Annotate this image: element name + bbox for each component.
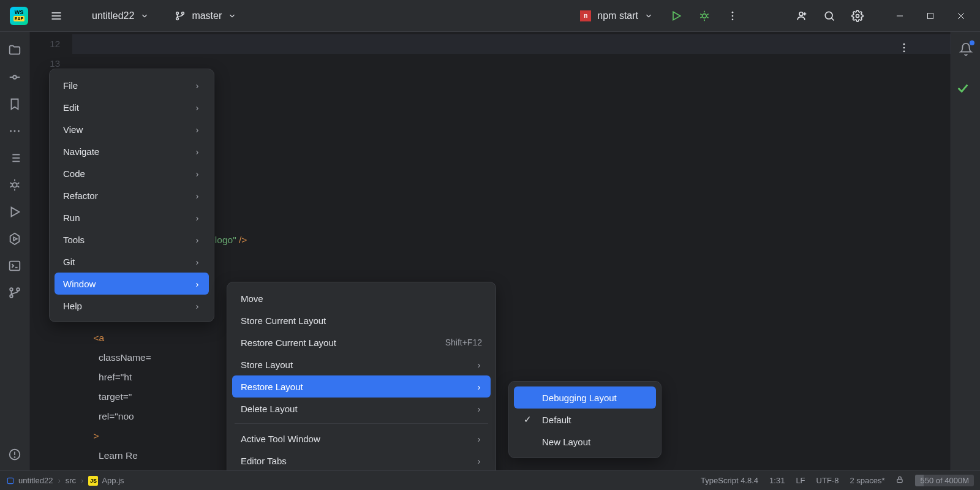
window-menu-item[interactable]: Restore Current LayoutShift+F12 bbox=[232, 331, 491, 353]
svg-line-13 bbox=[707, 17, 709, 18]
svg-line-44 bbox=[10, 186, 12, 187]
git-tool-button[interactable] bbox=[4, 282, 26, 304]
hamburger-menu-button[interactable] bbox=[44, 4, 69, 28]
svg-line-11 bbox=[707, 13, 709, 15]
chevron-down-icon bbox=[140, 12, 149, 20]
main-menu-item-edit[interactable]: Edit› bbox=[55, 96, 209, 118]
svg-point-14 bbox=[732, 11, 734, 13]
window-maximize-button[interactable] bbox=[916, 4, 944, 28]
npm-icon: n bbox=[580, 10, 591, 21]
svg-point-39 bbox=[12, 183, 17, 187]
status-caret-pos[interactable]: 1:31 bbox=[769, 476, 785, 485]
terminal-tool-button[interactable] bbox=[4, 255, 26, 277]
window-menu-item[interactable]: Delete Layout› bbox=[232, 398, 491, 420]
chevron-down-icon bbox=[228, 12, 236, 20]
restore-menu-item[interactable]: ✓Default bbox=[514, 409, 656, 431]
main-menu-item-tools[interactable]: Tools› bbox=[55, 228, 209, 251]
svg-point-56 bbox=[14, 457, 15, 458]
window-menu-item[interactable]: Editor Tabs› bbox=[232, 450, 491, 470]
bookmarks-tool-button[interactable] bbox=[4, 93, 26, 115]
status-line-ending[interactable]: LF bbox=[796, 476, 805, 485]
status-memory[interactable]: 550 of 4000M bbox=[915, 475, 974, 486]
svg-point-22 bbox=[856, 14, 859, 17]
services-tool-button[interactable] bbox=[4, 228, 26, 250]
left-toolstrip bbox=[0, 32, 29, 470]
branch-icon bbox=[175, 10, 186, 21]
window-menu-item[interactable]: Store Current Layout bbox=[232, 309, 491, 331]
svg-line-12 bbox=[700, 17, 702, 18]
svg-point-59 bbox=[903, 51, 905, 53]
run-config-label: npm start bbox=[597, 10, 638, 21]
window-menu-item[interactable]: Move bbox=[232, 287, 491, 309]
main-menu-item-help[interactable]: Help› bbox=[55, 295, 209, 317]
svg-rect-61 bbox=[897, 479, 902, 482]
debug-tool-button[interactable] bbox=[4, 174, 26, 196]
notification-badge bbox=[970, 40, 974, 45]
more-actions-button[interactable] bbox=[720, 4, 745, 28]
restore-menu-item[interactable]: New Layout bbox=[514, 431, 656, 453]
svg-line-21 bbox=[831, 18, 834, 20]
svg-line-45 bbox=[17, 186, 19, 187]
run-button[interactable] bbox=[664, 4, 688, 28]
run-config-dropdown[interactable]: n npm start bbox=[573, 7, 660, 25]
main-menu-item-file[interactable]: File› bbox=[55, 74, 209, 96]
svg-point-4 bbox=[182, 12, 184, 14]
svg-line-42 bbox=[10, 183, 12, 184]
app-logo: WSEAP bbox=[10, 7, 28, 25]
svg-rect-60 bbox=[7, 478, 13, 483]
status-typescript[interactable]: TypeScript 4.8.4 bbox=[701, 476, 758, 485]
svg-point-30 bbox=[10, 130, 12, 132]
status-readonly-icon[interactable] bbox=[895, 475, 904, 486]
more-tools-button[interactable] bbox=[4, 120, 26, 142]
restore-menu-item[interactable]: Debugging Layout bbox=[514, 386, 656, 409]
svg-point-32 bbox=[17, 130, 19, 132]
window-menu-item[interactable]: Active Tool Window› bbox=[232, 428, 491, 450]
project-name: untitled22 bbox=[92, 10, 134, 21]
main-menu-item-window[interactable]: Window› bbox=[55, 273, 209, 295]
editor-more-button[interactable] bbox=[892, 36, 916, 60]
settings-button[interactable] bbox=[845, 4, 870, 28]
window-close-button[interactable] bbox=[947, 4, 975, 28]
svg-line-43 bbox=[17, 183, 19, 184]
main-menu-popup: File›Edit›View›Navigate›Code›Refactor›Ru… bbox=[49, 69, 214, 322]
svg-point-51 bbox=[10, 288, 13, 291]
status-bar: untitled22 › src › JS App.js TypeScript … bbox=[0, 470, 980, 490]
svg-marker-46 bbox=[11, 208, 19, 217]
debug-button[interactable] bbox=[692, 4, 717, 28]
notifications-button[interactable] bbox=[955, 38, 977, 60]
main-menu-item-code[interactable]: Code› bbox=[55, 162, 209, 184]
main-menu-item-git[interactable]: Git› bbox=[55, 251, 209, 273]
breadcrumb-file[interactable]: JS App.js bbox=[88, 476, 124, 486]
problems-tool-button[interactable] bbox=[4, 443, 26, 466]
svg-marker-48 bbox=[13, 237, 17, 241]
chevron-down-icon bbox=[644, 12, 653, 20]
window-menu-item[interactable]: Restore Layout› bbox=[232, 375, 491, 398]
svg-point-31 bbox=[13, 130, 15, 132]
structure-tool-button[interactable] bbox=[4, 147, 26, 169]
git-branch-dropdown[interactable]: master bbox=[167, 7, 244, 25]
main-menu-item-refactor[interactable]: Refactor› bbox=[55, 184, 209, 206]
svg-point-16 bbox=[732, 18, 734, 20]
main-menu-item-navigate[interactable]: Navigate› bbox=[55, 140, 209, 162]
status-encoding[interactable]: UTF-8 bbox=[816, 476, 839, 485]
svg-point-27 bbox=[13, 75, 17, 79]
breadcrumb-project[interactable]: untitled22 bbox=[6, 476, 53, 485]
main-menu-item-view[interactable]: View› bbox=[55, 118, 209, 140]
run-tool-button[interactable] bbox=[4, 201, 26, 223]
window-minimize-button[interactable] bbox=[886, 4, 914, 28]
project-dropdown[interactable]: untitled22 bbox=[85, 7, 156, 25]
project-tool-button[interactable] bbox=[4, 39, 26, 61]
inspection-ok-icon[interactable] bbox=[952, 77, 974, 99]
svg-point-15 bbox=[732, 15, 734, 17]
svg-point-57 bbox=[903, 43, 905, 45]
code-with-me-button[interactable] bbox=[789, 4, 813, 28]
svg-point-52 bbox=[17, 288, 20, 291]
window-menu-item[interactable]: Store Layout› bbox=[232, 353, 491, 375]
commit-tool-button[interactable] bbox=[4, 66, 26, 88]
breadcrumb-folder[interactable]: src bbox=[66, 476, 76, 485]
svg-point-3 bbox=[176, 12, 179, 14]
window-submenu-popup: MoveStore Current LayoutRestore Current … bbox=[227, 282, 496, 470]
main-menu-item-run[interactable]: Run› bbox=[55, 206, 209, 228]
search-button[interactable] bbox=[817, 4, 842, 28]
status-indent[interactable]: 2 spaces* bbox=[850, 476, 884, 485]
